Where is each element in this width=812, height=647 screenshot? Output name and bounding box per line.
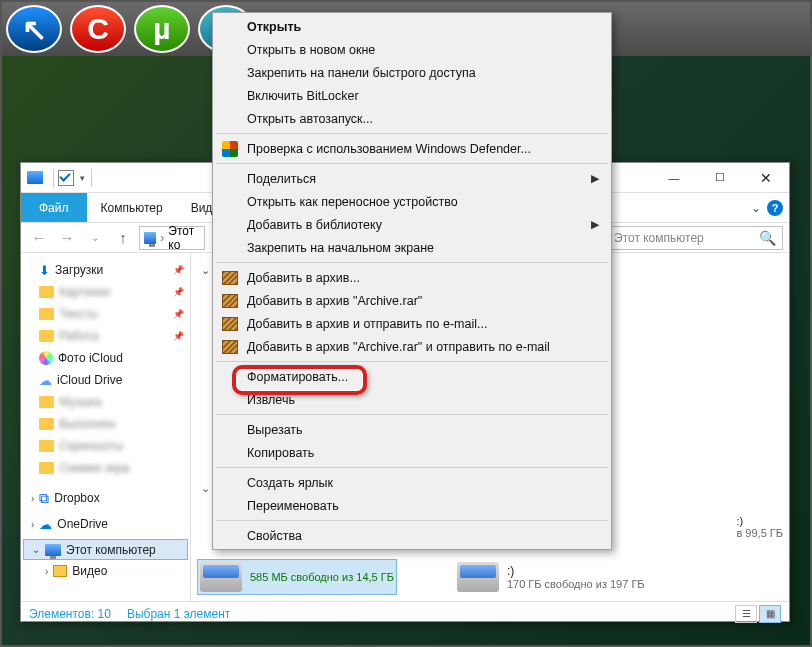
drive-icon xyxy=(457,562,499,592)
nav-photo-icloud[interactable]: Фото iCloud xyxy=(23,347,188,369)
taskbar-icon-cursor[interactable]: ↖ xyxy=(6,5,62,53)
cm-winrar-email-named[interactable]: Добавить в архив "Archive.rar" и отправи… xyxy=(215,335,609,358)
defender-icon xyxy=(222,141,238,157)
cm-open-new-window[interactable]: Открыть в новом окне xyxy=(215,38,609,61)
nav-onedrive[interactable]: ›☁OneDrive xyxy=(23,513,188,535)
cm-add-library[interactable]: Добавить в библиотеку▶ xyxy=(215,213,609,236)
drive-free-text: 170 ГБ свободно из 197 ГБ xyxy=(507,578,645,590)
dropbox-icon: ⧉ xyxy=(39,490,49,507)
nav-pane: ⬇Загрузки📌 Картинки📌 Тексты📌 Работа📌 Фот… xyxy=(21,253,191,601)
cm-bitlocker[interactable]: Включить BitLocker xyxy=(215,84,609,107)
address-text: Этот ко xyxy=(168,224,200,252)
minimize-button[interactable]: — xyxy=(651,163,697,193)
cm-create-shortcut[interactable]: Создать ярлык xyxy=(215,471,609,494)
close-button[interactable]: ✕ xyxy=(743,163,789,193)
winrar-icon xyxy=(222,294,238,308)
cloud-icon: ☁ xyxy=(39,373,52,388)
nav-folder[interactable]: Работа📌 xyxy=(23,325,188,347)
cm-defender[interactable]: Проверка с использованием Windows Defend… xyxy=(215,137,609,160)
cm-share[interactable]: Поделиться▶ xyxy=(215,167,609,190)
qa-dropdown-icon[interactable]: ▾ xyxy=(77,170,87,186)
drive-item[interactable]: :) 170 ГБ свободно из 197 ГБ xyxy=(457,559,645,595)
nav-up-button[interactable]: ↑ xyxy=(111,226,135,250)
this-pc-icon xyxy=(144,232,156,244)
submenu-arrow-icon: ▶ xyxy=(591,218,599,231)
view-details-button[interactable]: ☰ xyxy=(735,605,757,623)
status-item-count: Элементов: 10 xyxy=(29,607,111,621)
qa-checkbox-icon[interactable] xyxy=(58,170,74,186)
address-field[interactable]: › Этот ко xyxy=(139,226,205,250)
context-menu: Открыть Открыть в новом окне Закрепить н… xyxy=(212,12,612,550)
search-placeholder: Этот компьютер xyxy=(614,231,704,245)
cm-pin-quick-access[interactable]: Закрепить на панели быстрого доступа xyxy=(215,61,609,84)
onedrive-icon: ☁ xyxy=(39,517,52,532)
app-icon xyxy=(27,171,43,184)
nav-folder[interactable]: Скриншоты xyxy=(23,435,188,457)
cm-rename[interactable]: Переименовать xyxy=(215,494,609,517)
cm-copy[interactable]: Копировать xyxy=(215,441,609,464)
drive-icon xyxy=(200,562,242,592)
cm-cut[interactable]: Вырезать xyxy=(215,418,609,441)
cm-properties[interactable]: Свойства xyxy=(215,524,609,547)
maximize-button[interactable]: ☐ xyxy=(697,163,743,193)
taskbar-icon-utorrent[interactable]: µ xyxy=(134,5,190,53)
ribbon-collapse-icon[interactable]: ⌄ xyxy=(751,201,761,215)
drive-selected[interactable]: 585 МБ свободно из 14,5 ГБ xyxy=(197,559,397,595)
cm-portable-device[interactable]: Открыть как переносное устройство xyxy=(215,190,609,213)
nav-folder[interactable]: Выполнен xyxy=(23,413,188,435)
nav-dropbox[interactable]: ›⧉Dropbox xyxy=(23,487,188,509)
status-selection: Выбран 1 элемент xyxy=(127,607,230,621)
nav-folder[interactable]: Тексты📌 xyxy=(23,303,188,325)
nav-forward-button[interactable]: → xyxy=(55,226,79,250)
nav-folder[interactable]: Картинки📌 xyxy=(23,281,188,303)
tab-computer[interactable]: Компьютер xyxy=(87,193,177,222)
nav-folder[interactable]: Музыка xyxy=(23,391,188,413)
search-input[interactable]: Этот компьютер 🔍 xyxy=(607,226,783,250)
tab-file[interactable]: Файл xyxy=(21,193,87,222)
cm-winrar-email[interactable]: Добавить в архив и отправить по e-mail..… xyxy=(215,312,609,335)
help-icon[interactable]: ? xyxy=(767,200,783,216)
submenu-arrow-icon: ▶ xyxy=(591,172,599,185)
nav-downloads[interactable]: ⬇Загрузки📌 xyxy=(23,259,188,281)
this-pc-icon xyxy=(45,544,61,556)
drive-free-fragment: :) в 99,5 ГБ xyxy=(736,515,783,539)
nav-folder[interactable]: Снимки экра xyxy=(23,457,188,479)
winrar-icon xyxy=(222,271,238,285)
nav-this-pc[interactable]: ⌄Этот компьютер xyxy=(23,539,188,560)
highlight-annotation xyxy=(232,365,367,395)
nav-back-button[interactable]: ← xyxy=(27,226,51,250)
search-icon: 🔍 xyxy=(759,230,776,246)
nav-video[interactable]: ›Видео xyxy=(23,560,188,582)
cm-pin-start[interactable]: Закрепить на начальном экране xyxy=(215,236,609,259)
cm-open[interactable]: Открыть xyxy=(215,15,609,38)
drive-free-text: 585 МБ свободно из 14,5 ГБ xyxy=(250,571,394,583)
video-icon xyxy=(53,565,67,577)
view-tiles-button[interactable]: ▦ xyxy=(759,605,781,623)
winrar-icon xyxy=(222,340,238,354)
cm-autorun[interactable]: Открыть автозапуск... xyxy=(215,107,609,130)
pin-icon: 📌 xyxy=(173,265,184,275)
drive-free-text: в 99,5 ГБ xyxy=(736,527,783,539)
cm-winrar-add[interactable]: Добавить в архив... xyxy=(215,266,609,289)
nav-history-button[interactable]: ⌄ xyxy=(83,226,107,250)
statusbar: Элементов: 10 Выбран 1 элемент ☰ ▦ xyxy=(21,601,789,625)
nav-icloud-drive[interactable]: ☁iCloud Drive xyxy=(23,369,188,391)
cm-winrar-add-named[interactable]: Добавить в архив "Archive.rar" xyxy=(215,289,609,312)
photo-icon xyxy=(39,351,53,365)
taskbar-icon-ccleaner[interactable]: C xyxy=(70,5,126,53)
winrar-icon xyxy=(222,317,238,331)
